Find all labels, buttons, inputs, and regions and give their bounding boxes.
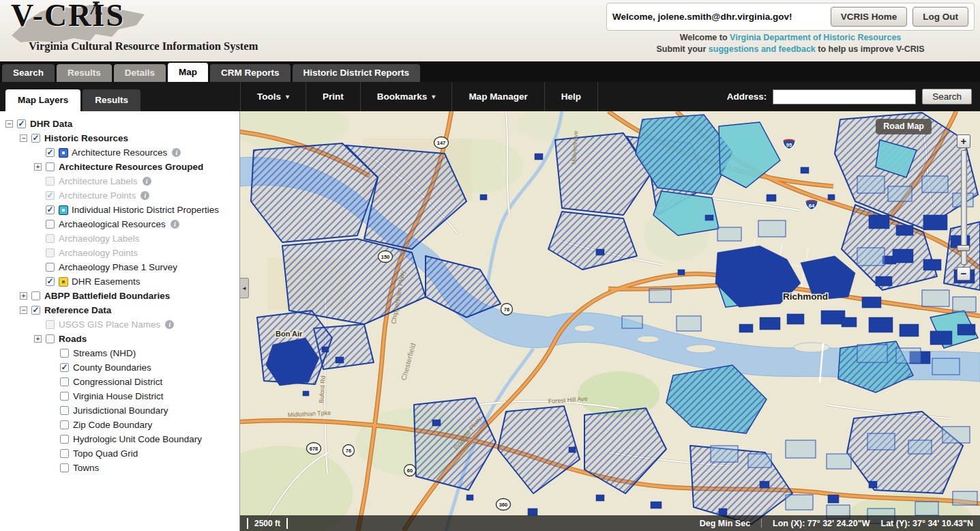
- toolbar-tools[interactable]: Tools▾: [241, 82, 306, 111]
- layer-checkbox-architecture-resources-grouped[interactable]: [46, 162, 55, 171]
- toolbar-map-manager[interactable]: Map Manager: [452, 82, 544, 111]
- layer-checkbox-dhr-easements[interactable]: ✓: [46, 277, 55, 286]
- layer-checkbox-streams-nhd[interactable]: [60, 349, 69, 358]
- layer-label: Congressional District: [73, 377, 162, 387]
- layer-label: Archaeology Phase 1 Survey: [59, 262, 177, 272]
- map-canvas[interactable]: 9564147150767667860360 RichmondBon AirCh…: [240, 111, 980, 531]
- layer-checkbox-usgs-gis-place-names: [46, 320, 55, 329]
- panel-collapse-button[interactable]: ◄: [240, 278, 249, 298]
- route-shield-147: 147: [434, 137, 449, 149]
- map-label-richmond: Richmond: [783, 291, 828, 302]
- zoom-out-button[interactable]: −: [957, 267, 970, 281]
- layer-checkbox-abpp-battlefield-boundaries[interactable]: [31, 291, 40, 300]
- vcris-home-button[interactable]: VCRIS Home: [831, 7, 908, 27]
- collapse-node-icon[interactable]: −: [5, 120, 13, 128]
- expand-node-icon[interactable]: +: [34, 163, 42, 171]
- welcome-text: Welcome, jolene.smith@dhr.virginia.gov!: [612, 12, 825, 22]
- layer-checkbox-reference-data[interactable]: ✓: [31, 306, 40, 315]
- panel-tab-results[interactable]: Results: [83, 89, 140, 111]
- expand-node-icon[interactable]: +: [34, 335, 42, 343]
- layer-row-county-boundaries: ✓County Boundaries: [0, 360, 239, 375]
- tab-search[interactable]: Search: [2, 64, 55, 82]
- easement-layer-icon: [59, 277, 68, 287]
- layer-row-streams-nhd: Streams (NHD): [0, 346, 239, 360]
- layer-checkbox-architecture-resources[interactable]: ✓: [46, 148, 55, 157]
- tab-map[interactable]: Map: [168, 63, 208, 82]
- layer-checkbox-jurisdictional-boundary[interactable]: [60, 406, 69, 415]
- layer-checkbox-historic-resources[interactable]: ✓: [31, 134, 40, 143]
- layer-label: Zip Code Boundary: [73, 420, 152, 430]
- layer-checkbox-zip-code-boundary[interactable]: [60, 420, 69, 429]
- svg-text:76: 76: [504, 306, 509, 313]
- layer-label: Architecture Labels: [59, 176, 138, 186]
- expand-node-icon[interactable]: +: [20, 292, 27, 300]
- layer-label: Archaeological Resources: [59, 219, 166, 229]
- layer-checkbox-virginia-house-district[interactable]: [60, 392, 69, 401]
- basemap-selector-button[interactable]: Road Map: [876, 119, 931, 134]
- layer-checkbox-topo-quad-grid[interactable]: [60, 449, 69, 458]
- svg-text:64: 64: [809, 203, 815, 209]
- layer-row-historic-resources: −✓Historic Resources: [0, 131, 239, 145]
- vcris-app: V-CRIS Virginia Cultural Resource Inform…: [0, 0, 980, 531]
- layer-checkbox-hydrologic-unit-code-boundary[interactable]: [60, 435, 69, 444]
- feedback-link[interactable]: suggestions and feedback: [709, 44, 816, 54]
- svg-text:95: 95: [786, 142, 792, 148]
- zoom-in-button[interactable]: +: [957, 134, 970, 148]
- coordinate-format-toggle[interactable]: Deg Min Sec: [700, 519, 750, 528]
- toolbar-print[interactable]: Print: [306, 82, 361, 111]
- layer-row-topo-quad-grid: Topo Quad Grid: [0, 446, 239, 461]
- info-icon[interactable]: i: [172, 148, 181, 157]
- zoom-control: + −: [956, 134, 971, 281]
- map-graphic: 9564147150767667860360 RichmondBon AirCh…: [240, 111, 980, 531]
- route-shield-76: 76: [501, 304, 513, 315]
- sub-bar: Map LayersResults Tools▾PrintBookmarks▾M…: [0, 82, 980, 111]
- tab-historic-district-reports[interactable]: Historic District Reports: [293, 64, 420, 82]
- logo-title: V-CRIS: [11, 0, 125, 33]
- layer-row-archaeology-points: Archaeology Points: [0, 246, 239, 260]
- layer-row-architecture-points: ✓Architecture Pointsi: [0, 188, 239, 203]
- layer-label: Hydrologic Unit Code Boundary: [73, 434, 202, 444]
- layer-row-dhr-easements: ✓DHR Easements: [0, 274, 239, 289]
- toolbar-bookmarks[interactable]: Bookmarks▾: [361, 82, 453, 111]
- layer-tree: −✓DHR Data−✓Historic Resources✓Architect…: [0, 111, 239, 475]
- info-icon[interactable]: i: [140, 191, 149, 200]
- panel-tab-map-layers[interactable]: Map Layers: [5, 89, 80, 111]
- toolbar-item-label: Print: [323, 91, 344, 102]
- layer-checkbox-archaeology-phase-1-survey[interactable]: [46, 263, 55, 272]
- layer-checkbox-archaeological-resources[interactable]: [46, 220, 55, 229]
- map-toolbar: Tools▾PrintBookmarks▾Map ManagerHelp Add…: [240, 82, 980, 111]
- layer-checkbox-roads[interactable]: [46, 334, 55, 343]
- zoom-slider-handle[interactable]: [957, 245, 970, 251]
- info-icon[interactable]: i: [165, 320, 174, 329]
- layer-checkbox-county-boundaries[interactable]: ✓: [60, 363, 69, 372]
- layer-row-zip-code-boundary: Zip Code Boundary: [0, 418, 239, 432]
- svg-text:60: 60: [407, 468, 413, 474]
- map-label-bon-air: Bon Air: [276, 330, 303, 338]
- address-search-button[interactable]: Search: [922, 89, 972, 104]
- main-tabs: SearchResultsDetailsMapCRM ReportsHistor…: [0, 61, 980, 82]
- layer-checkbox-individual-historic-district-properties[interactable]: ✓: [46, 205, 55, 214]
- layer-label: DHR Data: [30, 119, 72, 129]
- tab-crm-reports[interactable]: CRM Reports: [210, 64, 291, 82]
- layer-checkbox-congressional-district[interactable]: [60, 377, 69, 386]
- tab-results: Results: [57, 64, 112, 82]
- dhr-home-link[interactable]: Virginia Department of Historic Resource…: [730, 33, 901, 42]
- logout-button[interactable]: Log Out: [912, 7, 968, 27]
- layer-row-architecture-resources-grouped: +Architecture Resources Grouped: [0, 160, 239, 174]
- layer-row-jurisdictional-boundary: Jurisdictional Boundary: [0, 403, 239, 418]
- layer-label: USGS GIS Place Names: [59, 319, 160, 330]
- collapse-node-icon[interactable]: −: [20, 134, 27, 142]
- layer-checkbox-dhr-data[interactable]: ✓: [17, 119, 26, 128]
- info-icon[interactable]: i: [143, 177, 151, 186]
- info-icon[interactable]: i: [170, 220, 179, 229]
- user-area: Welcome, jolene.smith@dhr.virginia.gov! …: [606, 3, 975, 54]
- toolbar-help[interactable]: Help: [545, 82, 598, 111]
- layer-row-virginia-house-district: Virginia House District: [0, 389, 239, 403]
- svg-text:76: 76: [346, 448, 351, 454]
- longitude-readout: Lon (X): 77° 32' 24.20"W: [773, 519, 870, 528]
- layer-checkbox-towns[interactable]: [60, 463, 69, 472]
- zoom-slider-track[interactable]: [961, 150, 967, 265]
- address-input[interactable]: [773, 89, 916, 104]
- layer-row-reference-data: −✓Reference Data: [0, 303, 239, 317]
- collapse-node-icon[interactable]: −: [20, 306, 27, 314]
